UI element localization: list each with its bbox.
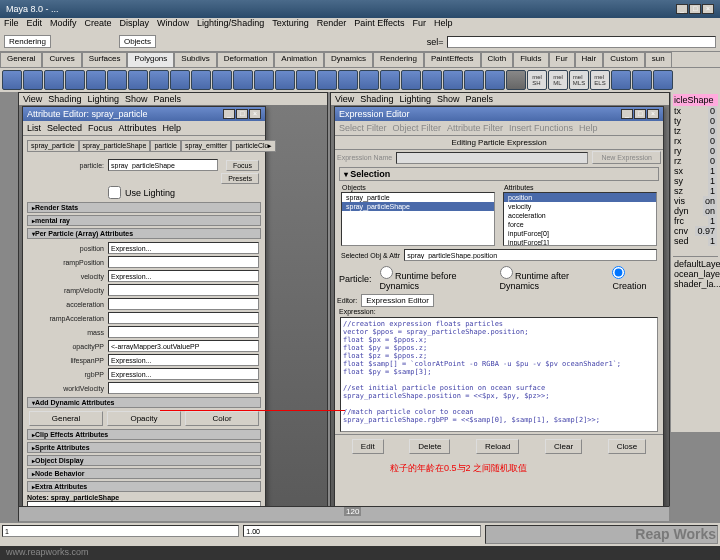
layer-item[interactable]: defaultLayer	[673, 259, 718, 269]
shelf-icon[interactable]	[275, 70, 295, 90]
radio-creation[interactable]: Creation	[612, 266, 659, 291]
mel-icon[interactable]: melML	[548, 70, 568, 90]
vp-menu-item[interactable]: Shading	[360, 94, 393, 104]
shelf-icon[interactable]	[422, 70, 442, 90]
menu-item[interactable]: Window	[157, 18, 189, 32]
pp-attr-input[interactable]	[108, 270, 259, 282]
shelf-tab[interactable]: Curves	[42, 52, 81, 67]
shelf-icon[interactable]	[170, 70, 190, 90]
radio-runtime-after[interactable]: Runtime after Dynamics	[500, 266, 605, 291]
channel-row[interactable]: sx1	[673, 166, 718, 176]
section-render-stats[interactable]: Render Stats	[27, 202, 261, 213]
mel-icon[interactable]: melMLS	[569, 70, 589, 90]
shelf-tab[interactable]: Subdivs	[174, 52, 216, 67]
pp-attr-input[interactable]	[108, 298, 259, 310]
pp-attr-input[interactable]	[108, 354, 259, 366]
attr-tab[interactable]: spray_particle	[27, 140, 79, 152]
shelf-tab[interactable]: Surfaces	[82, 52, 128, 67]
use-lighting-checkbox[interactable]	[108, 186, 121, 199]
shelf-icon[interactable]	[611, 70, 631, 90]
menu-item[interactable]: Selected	[47, 123, 82, 133]
new-expression-button[interactable]: New Expression	[592, 151, 661, 164]
vp-menu-item[interactable]: View	[23, 94, 42, 104]
menu-item[interactable]: Lighting/Shading	[197, 18, 264, 32]
shelf-icon[interactable]	[233, 70, 253, 90]
section-mentalray[interactable]: mental ray	[27, 215, 261, 226]
list-item[interactable]: force	[504, 220, 656, 229]
channel-header[interactable]: icleShape	[673, 94, 718, 106]
channel-row[interactable]: rz0	[673, 156, 718, 166]
pp-attr-input[interactable]	[108, 326, 259, 338]
menu-item[interactable]: Display	[120, 18, 150, 32]
channel-row[interactable]: ty0	[673, 116, 718, 126]
vp-menu-item[interactable]: Panels	[465, 94, 493, 104]
shelf-icon[interactable]	[359, 70, 379, 90]
delete-button[interactable]: Delete	[409, 439, 450, 454]
section-extra[interactable]: Extra Attributes	[27, 481, 261, 492]
shelf-tab[interactable]: Fur	[549, 52, 575, 67]
shelf-icon[interactable]	[86, 70, 106, 90]
menu-item[interactable]: Create	[85, 18, 112, 32]
list-item[interactable]: spray_particleShape	[342, 202, 494, 211]
menu-item[interactable]: Paint Effects	[354, 18, 404, 32]
shelf-tab[interactable]: General	[0, 52, 42, 67]
channel-row[interactable]: sy1	[673, 176, 718, 186]
selected-obj-attr-input[interactable]	[404, 249, 657, 261]
minimize-icon[interactable]: _	[621, 109, 633, 119]
minimize-icon[interactable]: _	[676, 4, 688, 14]
menu-item[interactable]: Help	[163, 123, 182, 133]
shelf-icon[interactable]	[107, 70, 127, 90]
pp-attr-input[interactable]	[108, 242, 259, 254]
channel-row[interactable]: frc1	[673, 216, 718, 226]
opacity-button[interactable]: Opacity	[107, 411, 181, 426]
particle-name-input[interactable]	[108, 159, 218, 171]
menu-item[interactable]: Focus	[88, 123, 113, 133]
shelf-icon[interactable]	[506, 70, 526, 90]
editor-dropdown[interactable]: Expression Editor	[361, 294, 434, 307]
module-dropdown[interactable]: Rendering	[4, 35, 51, 48]
attr-tab[interactable]: spray_emitter	[181, 140, 231, 152]
shelf-tab[interactable]: Custom	[603, 52, 645, 67]
attr-tab[interactable]: spray_particleShape	[79, 140, 151, 152]
selection-header[interactable]: ▾ Selection	[339, 167, 659, 181]
menu-item[interactable]: Object Filter	[393, 123, 442, 133]
shelf-icon[interactable]	[296, 70, 316, 90]
menu-item[interactable]: Edit	[27, 18, 43, 32]
channel-row[interactable]: tz0	[673, 126, 718, 136]
shelf-tab[interactable]: Polygons	[127, 52, 174, 67]
range-start-input[interactable]	[2, 525, 239, 537]
shelf-tab[interactable]: Dynamics	[324, 52, 373, 67]
vp-menu-item[interactable]: Shading	[48, 94, 81, 104]
channel-row[interactable]: tx0	[673, 106, 718, 116]
channel-row[interactable]: rx0	[673, 136, 718, 146]
panel-titlebar[interactable]: Expression Editor _ □ ×	[335, 107, 663, 121]
shelf-tab[interactable]: Cloth	[481, 52, 514, 67]
shelf-icon[interactable]	[212, 70, 232, 90]
color-button[interactable]: Color	[185, 411, 259, 426]
close-button[interactable]: Close	[608, 439, 646, 454]
menu-item[interactable]: Modify	[50, 18, 77, 32]
attributes-list[interactable]: position velocity acceleration force inp…	[503, 192, 657, 246]
attr-tab[interactable]: particle	[150, 140, 181, 152]
menu-item[interactable]: Help	[434, 18, 453, 32]
vp-menu-item[interactable]: View	[335, 94, 354, 104]
pp-attr-input[interactable]	[108, 382, 259, 394]
channel-row[interactable]: sz1	[673, 186, 718, 196]
shelf-icon[interactable]	[485, 70, 505, 90]
channel-row[interactable]: ry0	[673, 146, 718, 156]
channel-row[interactable]: vison	[673, 196, 718, 206]
shelf-icon[interactable]	[191, 70, 211, 90]
shelf-icon[interactable]	[128, 70, 148, 90]
section-object-display[interactable]: Object Display	[27, 455, 261, 466]
range-end-input[interactable]	[243, 525, 480, 537]
pp-attr-input[interactable]	[108, 256, 259, 268]
list-item[interactable]: spray_particle	[342, 193, 494, 202]
menu-item[interactable]: Fur	[413, 18, 427, 32]
menu-item[interactable]: Insert Functions	[509, 123, 573, 133]
list-item[interactable]: inputForce[0]	[504, 229, 656, 238]
shelf-icon[interactable]	[443, 70, 463, 90]
vp-menu-item[interactable]: Lighting	[399, 94, 431, 104]
section-add-dynamic[interactable]: Add Dynamic Attributes	[27, 397, 261, 408]
radio-runtime-before[interactable]: Runtime before Dynamics	[380, 266, 492, 291]
section-sprite[interactable]: Sprite Attributes	[27, 442, 261, 453]
